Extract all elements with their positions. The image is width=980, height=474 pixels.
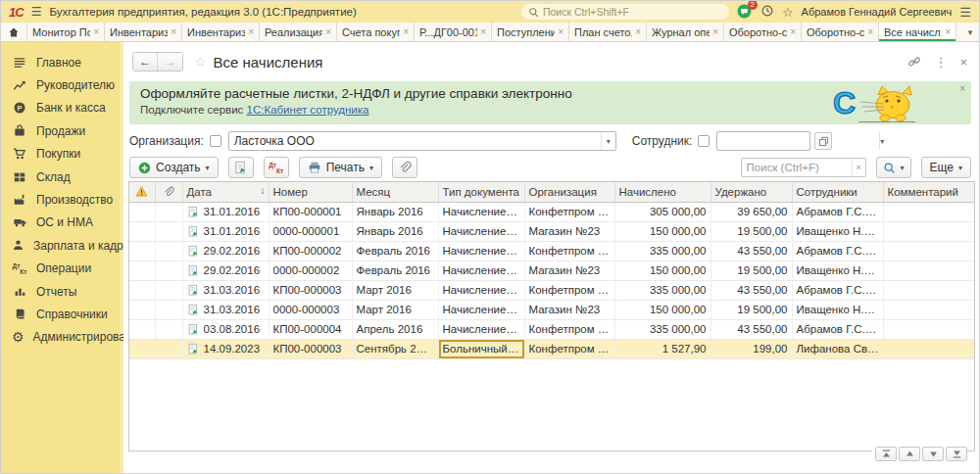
go-up-button[interactable] bbox=[899, 447, 920, 461]
column-number[interactable]: Номер bbox=[269, 182, 352, 202]
cell-number[interactable]: КП00-000001 bbox=[269, 202, 352, 221]
more-button[interactable]: Еще ▾ bbox=[921, 157, 971, 178]
table-row[interactable]: 31.03.2016 КП00-000003 Март 2016 Начисле… bbox=[129, 280, 974, 300]
cell-employees[interactable]: Абрамов Г.С., Ла... bbox=[792, 319, 883, 339]
cell-employees[interactable]: Иващенко Н.И., ... bbox=[792, 300, 883, 319]
main-menu-icon[interactable]: ☰ bbox=[31, 6, 42, 18]
organization-value[interactable] bbox=[229, 134, 601, 148]
cell-date[interactable]: 31.01.2016 bbox=[182, 202, 269, 221]
show-postings-button[interactable]: ДтКт bbox=[264, 157, 289, 178]
global-search-input[interactable] bbox=[543, 6, 722, 18]
chevron-down-icon[interactable]: ▾ bbox=[879, 132, 884, 150]
tab[interactable]: План счето... × bbox=[569, 23, 647, 41]
cell-date[interactable]: 31.03.2016 bbox=[182, 300, 269, 319]
cell-withheld[interactable]: 43 550,00 bbox=[710, 280, 792, 300]
tab-close-icon[interactable]: × bbox=[867, 27, 873, 37]
discussions-icon[interactable]: 2 bbox=[737, 4, 753, 20]
banner-close-icon[interactable]: × bbox=[959, 83, 965, 94]
cell-withheld[interactable]: 19 500,00 bbox=[710, 300, 792, 319]
organization-combo[interactable]: ▾ bbox=[228, 131, 616, 151]
cell-organization[interactable]: Конфетпром ООО bbox=[524, 280, 614, 300]
cell-date[interactable]: 31.01.2016 bbox=[182, 221, 269, 241]
column-attachment[interactable] bbox=[155, 182, 182, 202]
list-search-input[interactable] bbox=[742, 162, 852, 173]
employee-checkbox[interactable] bbox=[698, 135, 710, 147]
cell-employees[interactable]: Абрамов Г.С., Ла... bbox=[792, 280, 883, 300]
column-month[interactable]: Месяц bbox=[352, 182, 438, 202]
cell-organization[interactable]: Магазин №23 bbox=[524, 221, 614, 241]
cell-comment[interactable] bbox=[883, 261, 974, 280]
table-row[interactable]: 31.01.2016 КП00-000001 Январь 2016 Начис… bbox=[129, 202, 974, 221]
cell-organization[interactable]: Конфетпром ООО bbox=[524, 202, 614, 221]
cell-employees[interactable]: Иващенко Н.И., ... bbox=[792, 221, 883, 241]
cell-doc-type[interactable]: Начисление зар... bbox=[438, 319, 524, 339]
cell-date[interactable]: 31.03.2016 bbox=[182, 280, 269, 300]
column-withheld[interactable]: Удержано bbox=[710, 182, 792, 202]
cell-withheld[interactable]: 199,00 bbox=[710, 339, 792, 358]
cell-organization[interactable]: Магазин №23 bbox=[524, 300, 614, 319]
cell-withheld[interactable]: 39 650,00 bbox=[710, 202, 792, 221]
sidebar-item-prodazhi[interactable]: Продажи bbox=[1, 119, 123, 142]
tab[interactable]: Оборотно-с... × bbox=[802, 23, 879, 41]
cell-number[interactable]: КП00-000002 bbox=[269, 241, 352, 261]
cell-month[interactable]: Январь 2016 bbox=[352, 221, 438, 241]
table-row[interactable]: 29.02.2016 КП00-000002 Февраль 2016 Начи… bbox=[129, 241, 974, 261]
sidebar-item-rukovoditelyu[interactable]: Руководителю bbox=[1, 73, 123, 96]
cell-number[interactable]: КП00-000003 bbox=[269, 339, 352, 358]
post-document-button[interactable] bbox=[228, 157, 254, 178]
cell-withheld[interactable]: 19 500,00 bbox=[710, 261, 792, 280]
cell-number[interactable]: 0000-000002 bbox=[269, 261, 352, 280]
cell-comment[interactable] bbox=[883, 202, 974, 221]
cell-accrued[interactable]: 335 000,00 bbox=[614, 241, 710, 261]
cell-comment[interactable] bbox=[883, 300, 974, 319]
cell-accrued[interactable]: 150 000,00 bbox=[614, 300, 710, 319]
cell-month[interactable]: Март 2016 bbox=[352, 300, 438, 319]
cell-number[interactable]: КП00-000004 bbox=[269, 319, 352, 339]
cell-comment[interactable] bbox=[883, 280, 974, 300]
tab-close-icon[interactable]: × bbox=[93, 27, 99, 37]
cell-doc-type[interactable]: Начисление зар... bbox=[438, 261, 524, 280]
employee-value[interactable] bbox=[717, 134, 879, 148]
cell-accrued[interactable]: 1 527,90 bbox=[614, 339, 710, 358]
tab-close-icon[interactable]: × bbox=[325, 27, 331, 37]
sidebar-item-otchety[interactable]: Отчеты bbox=[1, 280, 123, 303]
history-icon[interactable] bbox=[760, 4, 774, 20]
sidebar-item-operacii[interactable]: ДтКт Операции bbox=[1, 258, 123, 280]
global-search[interactable] bbox=[521, 4, 729, 20]
cell-date[interactable]: 29.02.2016 bbox=[182, 241, 269, 261]
table-row[interactable]: 31.03.2016 0000-000003 Март 2016 Начисле… bbox=[129, 300, 974, 319]
tab-close-icon[interactable]: × bbox=[712, 27, 718, 37]
tab[interactable]: Счета покуп... × bbox=[337, 23, 415, 41]
go-last-button[interactable] bbox=[946, 447, 967, 461]
table-row[interactable]: 03.08.2016 КП00-000004 Апрель 2016 Начис… bbox=[129, 319, 974, 339]
tab-close-icon[interactable]: × bbox=[790, 27, 796, 37]
cell-number[interactable]: 0000-000003 bbox=[269, 300, 352, 319]
sidebar-item-pokupki[interactable]: Покупки bbox=[1, 143, 123, 166]
cell-doc-type[interactable]: Начисление зар... bbox=[438, 280, 524, 300]
cell-number[interactable]: 0000-000001 bbox=[269, 221, 352, 241]
tab-close-icon[interactable]: × bbox=[480, 27, 486, 37]
sidebar-item-administrirovanie[interactable]: ⚙ Администрирование bbox=[1, 326, 123, 349]
sidebar-item-glavnoe[interactable]: Главное bbox=[1, 51, 123, 73]
cell-doc-type[interactable]: Начисление зар... bbox=[438, 221, 524, 241]
organization-checkbox[interactable] bbox=[210, 135, 221, 147]
tab-overflow-button[interactable]: ▾ bbox=[961, 23, 979, 41]
column-warning[interactable] bbox=[129, 182, 155, 202]
cell-doc-type[interactable]: Больничный лист bbox=[438, 339, 524, 358]
cell-comment[interactable] bbox=[883, 339, 974, 358]
cell-withheld[interactable]: 43 550,00 bbox=[710, 241, 792, 261]
create-button[interactable]: Создать ▾ bbox=[129, 157, 219, 178]
cell-date[interactable]: 14.09.2023 bbox=[182, 339, 269, 358]
cell-comment[interactable] bbox=[883, 319, 974, 339]
cell-employees[interactable]: Абрамов Г.С., Ла... bbox=[792, 202, 883, 221]
cell-withheld[interactable]: 19 500,00 bbox=[710, 221, 792, 241]
cell-month[interactable]: Январь 2016 bbox=[352, 202, 438, 221]
cell-employees[interactable]: Иващенко Н.И., ... bbox=[792, 261, 883, 280]
tab[interactable]: Все начисл... × bbox=[879, 23, 956, 41]
table-row[interactable]: 14.09.2023 КП00-000003 Сентябрь 2023 Бол… bbox=[129, 339, 974, 358]
sidebar-item-os-i-nma[interactable]: ОС и НМА bbox=[1, 212, 123, 234]
tab-home[interactable] bbox=[1, 23, 27, 41]
tab[interactable]: Инвентариз... × bbox=[105, 23, 182, 41]
cell-number[interactable]: КП00-000003 bbox=[269, 280, 352, 300]
cell-comment[interactable] bbox=[883, 221, 974, 241]
